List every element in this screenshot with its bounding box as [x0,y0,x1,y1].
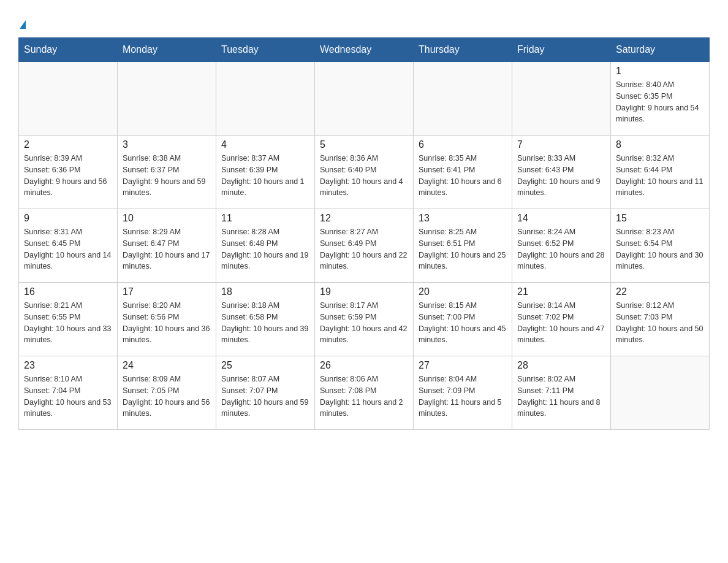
day-info: Sunrise: 8:24 AM Sunset: 6:52 PM Dayligh… [517,226,605,272]
calendar-cell: 10Sunrise: 8:29 AM Sunset: 6:47 PM Dayli… [118,209,216,283]
week-row-2: 2Sunrise: 8:39 AM Sunset: 6:36 PM Daylig… [19,136,710,209]
weekday-monday: Monday [118,38,216,62]
calendar-cell: 7Sunrise: 8:33 AM Sunset: 6:43 PM Daylig… [512,136,611,209]
logo-triangle-icon [20,20,26,29]
calendar-cell: 15Sunrise: 8:23 AM Sunset: 6:54 PM Dayli… [611,209,710,283]
calendar-cell: 21Sunrise: 8:14 AM Sunset: 7:02 PM Dayli… [512,283,611,356]
day-info: Sunrise: 8:38 AM Sunset: 6:37 PM Dayligh… [123,153,211,199]
day-number: 7 [517,139,605,150]
calendar-cell [315,62,414,136]
day-info: Sunrise: 8:33 AM Sunset: 6:43 PM Dayligh… [517,153,605,199]
day-info: Sunrise: 8:10 AM Sunset: 7:04 PM Dayligh… [24,373,112,419]
day-info: Sunrise: 8:12 AM Sunset: 7:03 PM Dayligh… [616,300,704,346]
calendar-cell: 23Sunrise: 8:10 AM Sunset: 7:04 PM Dayli… [19,356,118,430]
day-number: 12 [320,213,408,224]
calendar-cell: 18Sunrise: 8:18 AM Sunset: 6:58 PM Dayli… [216,283,315,356]
calendar-cell: 13Sunrise: 8:25 AM Sunset: 6:51 PM Dayli… [414,209,512,283]
day-number: 11 [221,213,309,224]
day-number: 23 [24,360,112,371]
day-number: 19 [320,286,408,297]
day-info: Sunrise: 8:14 AM Sunset: 7:02 PM Dayligh… [517,300,605,346]
calendar-cell: 14Sunrise: 8:24 AM Sunset: 6:52 PM Dayli… [512,209,611,283]
weekday-saturday: Saturday [611,38,710,62]
day-info: Sunrise: 8:21 AM Sunset: 6:55 PM Dayligh… [24,300,112,346]
calendar-cell: 24Sunrise: 8:09 AM Sunset: 7:05 PM Dayli… [118,356,216,430]
day-info: Sunrise: 8:25 AM Sunset: 6:51 PM Dayligh… [419,226,507,272]
week-row-1: 1Sunrise: 8:40 AM Sunset: 6:35 PM Daylig… [19,62,710,136]
day-info: Sunrise: 8:02 AM Sunset: 7:11 PM Dayligh… [517,373,605,419]
day-number: 10 [123,213,211,224]
page-header [18,12,710,31]
day-number: 20 [419,286,507,297]
day-info: Sunrise: 8:32 AM Sunset: 6:44 PM Dayligh… [616,153,704,199]
day-info: Sunrise: 8:20 AM Sunset: 6:56 PM Dayligh… [123,300,211,346]
day-info: Sunrise: 8:40 AM Sunset: 6:35 PM Dayligh… [616,79,704,125]
day-number: 3 [123,139,211,150]
day-info: Sunrise: 8:23 AM Sunset: 6:54 PM Dayligh… [616,226,704,272]
weekday-tuesday: Tuesday [216,38,315,62]
calendar-cell: 4Sunrise: 8:37 AM Sunset: 6:39 PM Daylig… [216,136,315,209]
week-row-4: 16Sunrise: 8:21 AM Sunset: 6:55 PM Dayli… [19,283,710,356]
day-info: Sunrise: 8:28 AM Sunset: 6:48 PM Dayligh… [221,226,309,272]
calendar-cell: 11Sunrise: 8:28 AM Sunset: 6:48 PM Dayli… [216,209,315,283]
day-info: Sunrise: 8:17 AM Sunset: 6:59 PM Dayligh… [320,300,408,346]
calendar-cell: 19Sunrise: 8:17 AM Sunset: 6:59 PM Dayli… [315,283,414,356]
calendar-cell: 3Sunrise: 8:38 AM Sunset: 6:37 PM Daylig… [118,136,216,209]
day-number: 27 [419,360,507,371]
calendar-cell: 5Sunrise: 8:36 AM Sunset: 6:40 PM Daylig… [315,136,414,209]
weekday-header-row: SundayMondayTuesdayWednesdayThursdayFrid… [19,38,710,62]
day-info: Sunrise: 8:15 AM Sunset: 7:00 PM Dayligh… [419,300,507,346]
day-info: Sunrise: 8:29 AM Sunset: 6:47 PM Dayligh… [123,226,211,272]
calendar-cell: 20Sunrise: 8:15 AM Sunset: 7:00 PM Dayli… [414,283,512,356]
logo-top [18,12,26,31]
day-number: 26 [320,360,408,371]
calendar-cell: 2Sunrise: 8:39 AM Sunset: 6:36 PM Daylig… [19,136,118,209]
day-number: 21 [517,286,605,297]
weekday-thursday: Thursday [414,38,512,62]
day-number: 15 [616,213,704,224]
day-number: 14 [517,213,605,224]
calendar-cell: 9Sunrise: 8:31 AM Sunset: 6:45 PM Daylig… [19,209,118,283]
day-info: Sunrise: 8:31 AM Sunset: 6:45 PM Dayligh… [24,226,112,272]
day-number: 8 [616,139,704,150]
calendar-body: 1Sunrise: 8:40 AM Sunset: 6:35 PM Daylig… [19,62,710,430]
day-info: Sunrise: 8:09 AM Sunset: 7:05 PM Dayligh… [123,373,211,419]
day-number: 16 [24,286,112,297]
calendar-cell: 1Sunrise: 8:40 AM Sunset: 6:35 PM Daylig… [611,62,710,136]
day-number: 25 [221,360,309,371]
week-row-5: 23Sunrise: 8:10 AM Sunset: 7:04 PM Dayli… [19,356,710,430]
day-info: Sunrise: 8:04 AM Sunset: 7:09 PM Dayligh… [419,373,507,419]
day-info: Sunrise: 8:27 AM Sunset: 6:49 PM Dayligh… [320,226,408,272]
day-number: 22 [616,286,704,297]
day-number: 5 [320,139,408,150]
day-info: Sunrise: 8:37 AM Sunset: 6:39 PM Dayligh… [221,153,309,199]
day-number: 28 [517,360,605,371]
calendar-cell: 28Sunrise: 8:02 AM Sunset: 7:11 PM Dayli… [512,356,611,430]
day-info: Sunrise: 8:36 AM Sunset: 6:40 PM Dayligh… [320,153,408,199]
day-number: 2 [24,139,112,150]
calendar-cell: 25Sunrise: 8:07 AM Sunset: 7:07 PM Dayli… [216,356,315,430]
day-number: 4 [221,139,309,150]
calendar-cell [118,62,216,136]
day-info: Sunrise: 8:39 AM Sunset: 6:36 PM Dayligh… [24,153,112,199]
day-number: 1 [616,66,704,77]
calendar-cell: 27Sunrise: 8:04 AM Sunset: 7:09 PM Dayli… [414,356,512,430]
calendar-header: SundayMondayTuesdayWednesdayThursdayFrid… [19,38,710,62]
day-number: 24 [123,360,211,371]
calendar-cell: 16Sunrise: 8:21 AM Sunset: 6:55 PM Dayli… [19,283,118,356]
calendar-cell: 26Sunrise: 8:06 AM Sunset: 7:08 PM Dayli… [315,356,414,430]
day-number: 18 [221,286,309,297]
calendar-cell: 12Sunrise: 8:27 AM Sunset: 6:49 PM Dayli… [315,209,414,283]
weekday-wednesday: Wednesday [315,38,414,62]
calendar-cell: 22Sunrise: 8:12 AM Sunset: 7:03 PM Dayli… [611,283,710,356]
calendar-cell [414,62,512,136]
calendar-cell [611,356,710,430]
day-number: 6 [419,139,507,150]
calendar-cell: 6Sunrise: 8:35 AM Sunset: 6:41 PM Daylig… [414,136,512,209]
day-number: 13 [419,213,507,224]
calendar-table: SundayMondayTuesdayWednesdayThursdayFrid… [18,37,710,430]
day-info: Sunrise: 8:07 AM Sunset: 7:07 PM Dayligh… [221,373,309,419]
calendar-cell: 8Sunrise: 8:32 AM Sunset: 6:44 PM Daylig… [611,136,710,209]
calendar-cell [19,62,118,136]
week-row-3: 9Sunrise: 8:31 AM Sunset: 6:45 PM Daylig… [19,209,710,283]
